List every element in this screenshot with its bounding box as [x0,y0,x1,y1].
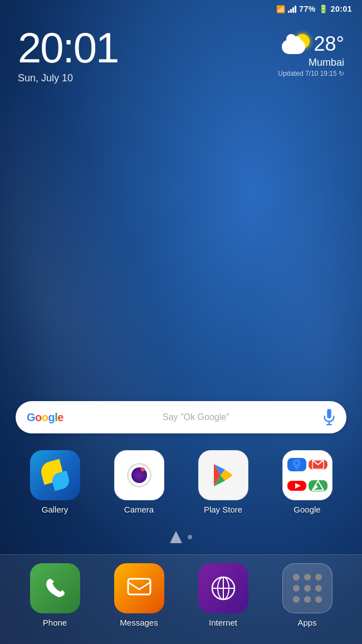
status-time: 20:01 [331,4,352,13]
city-name: Mumbai [309,57,344,69]
apps-dot-4 [293,585,300,592]
wifi-icon: 📶 [276,5,285,13]
battery-icon: 🔋 [319,4,328,13]
apps-grid-icon [282,563,332,613]
date-display: Sun, July 10 [18,72,118,84]
apps-dots-grid [283,564,332,613]
logo-e: e [57,411,63,423]
internet-label: Internet [209,618,237,627]
page-indicators [0,525,362,554]
apps-dot-2 [304,574,311,580]
apps-dot-9 [315,596,322,603]
logo-o2: o [42,411,48,423]
playstore-svg [209,461,237,489]
apps-dot-1 [293,574,300,580]
app-item-playstore[interactable]: Play Store [184,450,262,514]
dock-item-messages[interactable]: Messages [100,563,178,627]
gallery-icon [30,450,80,500]
dock-item-phone[interactable]: Phone [16,563,94,627]
apps-dot-6 [315,585,322,592]
camera-icon [114,450,164,500]
search-bar-section: Google Say "Ok Google" [0,401,362,450]
logo-g: G [27,411,35,423]
playstore-label: Play Store [204,505,242,514]
app-item-google[interactable]: Google [268,450,346,514]
google-apps-icon [282,450,332,500]
apps-dot-3 [315,574,322,580]
cam-dot [141,467,145,471]
app-item-gallery[interactable]: Gallery [16,450,94,514]
drive-app [309,480,327,491]
app-grid: Gallery Camera [16,450,346,514]
clock-weather-section: 20:01 Sun, July 10 28° Mumbai Updated 7/… [0,16,362,90]
camera-body [127,463,151,487]
search-placeholder[interactable]: Say "Ok Google" [69,412,323,422]
apps-label: Apps [297,618,316,627]
camera-label: Camera [124,505,154,514]
google-label: Google [293,505,320,514]
youtube-app [287,481,306,491]
status-bar: 📶 77% 🔋 20:01 [0,0,362,16]
internet-icon [198,563,248,613]
cloud-icon [282,40,305,54]
dock-item-internet[interactable]: Internet [184,563,262,627]
gallery-label: Gallery [42,505,69,514]
apps-dot-8 [304,596,311,603]
time-display: 20:01 [18,27,118,69]
search-bar[interactable]: Google Say "Ok Google" [16,401,346,433]
weather-updated: Updated 7/10 19:15 ↻ [278,70,344,77]
phone-icon [30,563,80,613]
signal-bar-3 [292,7,294,13]
google-maps-app [287,458,306,471]
clock-block: 20:01 Sun, July 10 [18,27,118,84]
messages-label: Messages [120,618,158,627]
cam-outer [127,463,151,487]
svg-marker-9 [295,483,301,489]
signal-bars [288,5,296,13]
svg-rect-12 [128,579,150,594]
middle-spacer [0,90,362,401]
google-logo: Google [27,411,63,424]
home-screen: 📶 77% 🔋 20:01 20:01 Sun, July 10 [0,0,362,644]
home-page-indicator [170,531,182,543]
messages-icon [114,563,164,613]
dock-item-apps[interactable]: Apps [268,563,346,627]
app-grid-section: Gallery Camera [0,450,362,525]
app-item-camera[interactable]: Camera [100,450,178,514]
playstore-icon [198,450,248,500]
gmail-app [309,460,327,470]
svg-rect-0 [327,409,331,418]
temperature-display: 28° [314,32,344,56]
status-icons: 📶 77% 🔋 20:01 [276,4,352,13]
signal-bar-1 [288,11,290,13]
phone-label: Phone [43,618,67,627]
mic-svg [323,409,335,426]
weather-top: 28° [282,32,344,56]
apps-dot-7 [293,596,300,603]
apps-dot-5 [304,585,311,592]
logo-g2: g [48,411,55,423]
logo-o1: o [35,411,42,423]
gallery-leaf [38,458,72,492]
dock-grid: Phone Messages [16,563,346,627]
page-dot-2 [188,535,192,539]
play-store-logo [208,460,238,490]
dock-section: Phone Messages [0,554,362,644]
weather-icon [282,34,310,54]
battery-percent: 77% [299,4,316,13]
signal-bar-4 [295,6,296,13]
weather-block[interactable]: 28° Mumbai Updated 7/10 19:15 ↻ [278,27,344,77]
signal-bar-2 [290,9,292,13]
microphone-icon[interactable] [323,409,335,426]
